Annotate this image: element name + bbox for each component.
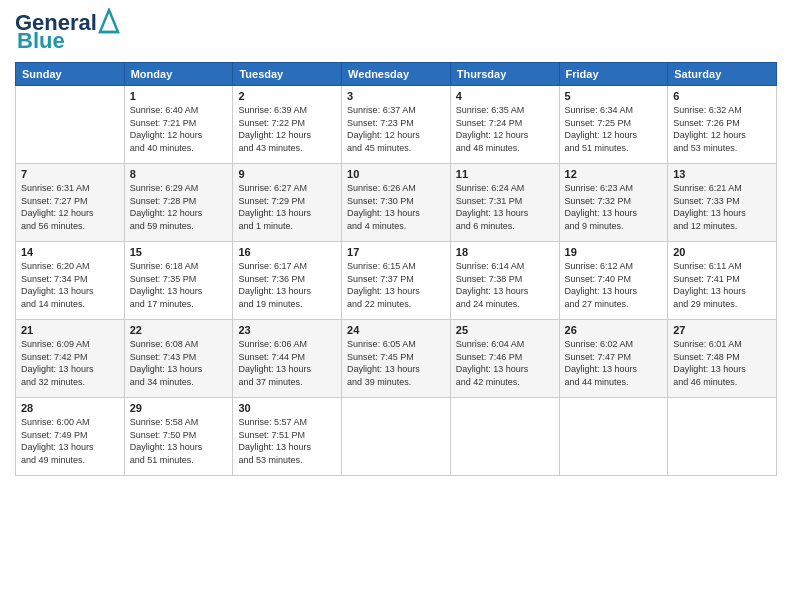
day-info: Sunrise: 6:08 AM Sunset: 7:43 PM Dayligh… <box>130 338 228 388</box>
day-number: 14 <box>21 246 119 258</box>
day-number: 22 <box>130 324 228 336</box>
calendar-cell: 30Sunrise: 5:57 AM Sunset: 7:51 PM Dayli… <box>233 398 342 476</box>
calendar-cell: 4Sunrise: 6:35 AM Sunset: 7:24 PM Daylig… <box>450 86 559 164</box>
calendar-cell: 18Sunrise: 6:14 AM Sunset: 7:38 PM Dayli… <box>450 242 559 320</box>
calendar-cell <box>559 398 668 476</box>
day-info: Sunrise: 6:35 AM Sunset: 7:24 PM Dayligh… <box>456 104 554 154</box>
main-container: General Blue SundayMondayTuesdayWednesda… <box>0 0 792 486</box>
day-number: 25 <box>456 324 554 336</box>
calendar-cell: 16Sunrise: 6:17 AM Sunset: 7:36 PM Dayli… <box>233 242 342 320</box>
logo: General Blue <box>15 10 120 54</box>
calendar-cell: 27Sunrise: 6:01 AM Sunset: 7:48 PM Dayli… <box>668 320 777 398</box>
calendar-cell: 22Sunrise: 6:08 AM Sunset: 7:43 PM Dayli… <box>124 320 233 398</box>
day-number: 27 <box>673 324 771 336</box>
calendar-cell <box>450 398 559 476</box>
calendar-cell: 11Sunrise: 6:24 AM Sunset: 7:31 PM Dayli… <box>450 164 559 242</box>
day-info: Sunrise: 6:04 AM Sunset: 7:46 PM Dayligh… <box>456 338 554 388</box>
day-info: Sunrise: 6:20 AM Sunset: 7:34 PM Dayligh… <box>21 260 119 310</box>
day-info: Sunrise: 6:11 AM Sunset: 7:41 PM Dayligh… <box>673 260 771 310</box>
day-number: 7 <box>21 168 119 180</box>
day-number: 24 <box>347 324 445 336</box>
calendar-cell: 1Sunrise: 6:40 AM Sunset: 7:21 PM Daylig… <box>124 86 233 164</box>
day-number: 23 <box>238 324 336 336</box>
calendar-cell: 20Sunrise: 6:11 AM Sunset: 7:41 PM Dayli… <box>668 242 777 320</box>
day-number: 11 <box>456 168 554 180</box>
day-info: Sunrise: 6:26 AM Sunset: 7:30 PM Dayligh… <box>347 182 445 232</box>
svg-marker-0 <box>100 10 118 32</box>
calendar-cell: 7Sunrise: 6:31 AM Sunset: 7:27 PM Daylig… <box>16 164 125 242</box>
day-info: Sunrise: 6:37 AM Sunset: 7:23 PM Dayligh… <box>347 104 445 154</box>
day-number: 6 <box>673 90 771 102</box>
day-info: Sunrise: 6:00 AM Sunset: 7:49 PM Dayligh… <box>21 416 119 466</box>
calendar-cell: 29Sunrise: 5:58 AM Sunset: 7:50 PM Dayli… <box>124 398 233 476</box>
day-info: Sunrise: 6:21 AM Sunset: 7:33 PM Dayligh… <box>673 182 771 232</box>
day-number: 13 <box>673 168 771 180</box>
weekday-header: Thursday <box>450 63 559 86</box>
day-info: Sunrise: 6:09 AM Sunset: 7:42 PM Dayligh… <box>21 338 119 388</box>
calendar-cell: 8Sunrise: 6:29 AM Sunset: 7:28 PM Daylig… <box>124 164 233 242</box>
logo-blue: Blue <box>17 28 65 54</box>
header: General Blue <box>15 10 777 54</box>
day-number: 1 <box>130 90 228 102</box>
day-info: Sunrise: 6:40 AM Sunset: 7:21 PM Dayligh… <box>130 104 228 154</box>
day-number: 4 <box>456 90 554 102</box>
weekday-header: Friday <box>559 63 668 86</box>
day-number: 15 <box>130 246 228 258</box>
calendar-cell <box>16 86 125 164</box>
calendar-cell: 13Sunrise: 6:21 AM Sunset: 7:33 PM Dayli… <box>668 164 777 242</box>
calendar-cell: 17Sunrise: 6:15 AM Sunset: 7:37 PM Dayli… <box>342 242 451 320</box>
day-number: 19 <box>565 246 663 258</box>
calendar-cell: 15Sunrise: 6:18 AM Sunset: 7:35 PM Dayli… <box>124 242 233 320</box>
calendar-cell: 10Sunrise: 6:26 AM Sunset: 7:30 PM Dayli… <box>342 164 451 242</box>
day-number: 18 <box>456 246 554 258</box>
day-number: 16 <box>238 246 336 258</box>
calendar-cell: 5Sunrise: 6:34 AM Sunset: 7:25 PM Daylig… <box>559 86 668 164</box>
calendar-cell: 2Sunrise: 6:39 AM Sunset: 7:22 PM Daylig… <box>233 86 342 164</box>
calendar-cell: 3Sunrise: 6:37 AM Sunset: 7:23 PM Daylig… <box>342 86 451 164</box>
day-number: 8 <box>130 168 228 180</box>
weekday-header: Tuesday <box>233 63 342 86</box>
day-number: 21 <box>21 324 119 336</box>
day-info: Sunrise: 6:06 AM Sunset: 7:44 PM Dayligh… <box>238 338 336 388</box>
day-info: Sunrise: 6:23 AM Sunset: 7:32 PM Dayligh… <box>565 182 663 232</box>
day-info: Sunrise: 6:05 AM Sunset: 7:45 PM Dayligh… <box>347 338 445 388</box>
day-number: 28 <box>21 402 119 414</box>
day-info: Sunrise: 6:15 AM Sunset: 7:37 PM Dayligh… <box>347 260 445 310</box>
calendar-cell: 12Sunrise: 6:23 AM Sunset: 7:32 PM Dayli… <box>559 164 668 242</box>
day-number: 3 <box>347 90 445 102</box>
day-info: Sunrise: 5:57 AM Sunset: 7:51 PM Dayligh… <box>238 416 336 466</box>
calendar-cell: 26Sunrise: 6:02 AM Sunset: 7:47 PM Dayli… <box>559 320 668 398</box>
calendar-cell: 6Sunrise: 6:32 AM Sunset: 7:26 PM Daylig… <box>668 86 777 164</box>
calendar-week-row: 28Sunrise: 6:00 AM Sunset: 7:49 PM Dayli… <box>16 398 777 476</box>
day-info: Sunrise: 6:24 AM Sunset: 7:31 PM Dayligh… <box>456 182 554 232</box>
day-info: Sunrise: 6:14 AM Sunset: 7:38 PM Dayligh… <box>456 260 554 310</box>
day-info: Sunrise: 6:02 AM Sunset: 7:47 PM Dayligh… <box>565 338 663 388</box>
day-number: 26 <box>565 324 663 336</box>
day-info: Sunrise: 6:29 AM Sunset: 7:28 PM Dayligh… <box>130 182 228 232</box>
day-info: Sunrise: 6:31 AM Sunset: 7:27 PM Dayligh… <box>21 182 119 232</box>
day-info: Sunrise: 5:58 AM Sunset: 7:50 PM Dayligh… <box>130 416 228 466</box>
calendar-week-row: 21Sunrise: 6:09 AM Sunset: 7:42 PM Dayli… <box>16 320 777 398</box>
day-info: Sunrise: 6:32 AM Sunset: 7:26 PM Dayligh… <box>673 104 771 154</box>
logo-triangle-icon <box>98 8 120 34</box>
day-number: 10 <box>347 168 445 180</box>
day-info: Sunrise: 6:01 AM Sunset: 7:48 PM Dayligh… <box>673 338 771 388</box>
calendar-table: SundayMondayTuesdayWednesdayThursdayFrid… <box>15 62 777 476</box>
calendar-cell: 21Sunrise: 6:09 AM Sunset: 7:42 PM Dayli… <box>16 320 125 398</box>
calendar-week-row: 1Sunrise: 6:40 AM Sunset: 7:21 PM Daylig… <box>16 86 777 164</box>
day-number: 20 <box>673 246 771 258</box>
calendar-week-row: 14Sunrise: 6:20 AM Sunset: 7:34 PM Dayli… <box>16 242 777 320</box>
calendar-week-row: 7Sunrise: 6:31 AM Sunset: 7:27 PM Daylig… <box>16 164 777 242</box>
calendar-cell: 25Sunrise: 6:04 AM Sunset: 7:46 PM Dayli… <box>450 320 559 398</box>
day-number: 9 <box>238 168 336 180</box>
day-info: Sunrise: 6:12 AM Sunset: 7:40 PM Dayligh… <box>565 260 663 310</box>
calendar-cell <box>342 398 451 476</box>
weekday-header: Monday <box>124 63 233 86</box>
day-number: 29 <box>130 402 228 414</box>
day-number: 17 <box>347 246 445 258</box>
day-info: Sunrise: 6:17 AM Sunset: 7:36 PM Dayligh… <box>238 260 336 310</box>
weekday-header: Saturday <box>668 63 777 86</box>
weekday-header: Wednesday <box>342 63 451 86</box>
calendar-cell: 28Sunrise: 6:00 AM Sunset: 7:49 PM Dayli… <box>16 398 125 476</box>
calendar-cell: 9Sunrise: 6:27 AM Sunset: 7:29 PM Daylig… <box>233 164 342 242</box>
